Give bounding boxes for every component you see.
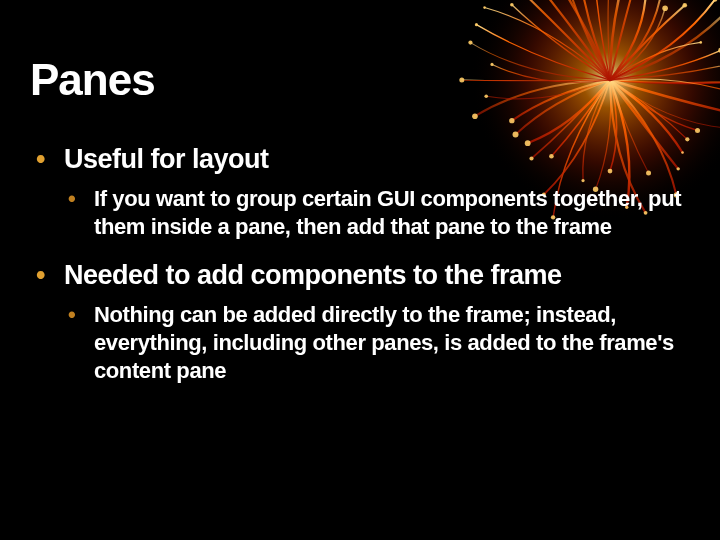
sub-bullet-text: If you want to group certain GUI compone… [94, 186, 681, 239]
sub-bullet-item: Nothing can be added directly to the fra… [64, 301, 690, 385]
sub-bullet-list: Nothing can be added directly to the fra… [64, 301, 690, 385]
bullet-text: Needed to add components to the frame [64, 260, 562, 290]
bullet-list: Useful for layout If you want to group c… [30, 143, 690, 385]
sub-bullet-list: If you want to group certain GUI compone… [64, 185, 690, 241]
bullet-text: Useful for layout [64, 144, 269, 174]
slide-title: Panes [30, 55, 690, 105]
sub-bullet-item: If you want to group certain GUI compone… [64, 185, 690, 241]
bullet-item: Useful for layout If you want to group c… [30, 143, 690, 241]
sub-bullet-text: Nothing can be added directly to the fra… [94, 302, 674, 383]
bullet-item: Needed to add components to the frame No… [30, 259, 690, 385]
